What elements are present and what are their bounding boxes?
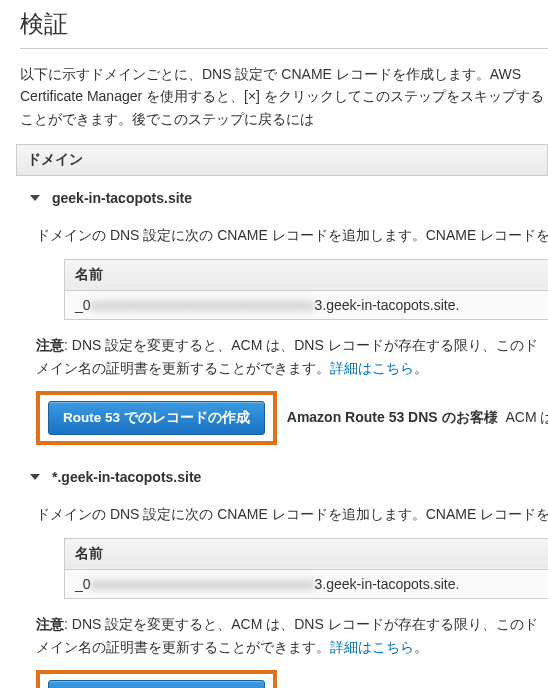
intro-text: 以下に示すドメインごとに、DNS 設定で CNAME レコードを作成します。AW… bbox=[20, 63, 548, 130]
cname-record-table: 名前 _0xxxxxxxxxxxxxxxxxxxxxxxxxxxxxxxx3.g… bbox=[64, 538, 548, 599]
note-text: 注意: DNS 設定を変更すると、ACM は、DNS レコードが存在する限り、こ… bbox=[36, 334, 548, 382]
domain-name: geek-in-tacopots.site bbox=[52, 190, 192, 206]
domain-block: *.geek-in-tacopots.site ドメインの DNS 設定に次の … bbox=[20, 455, 548, 688]
domain-block: geek-in-tacopots.site ドメインの DNS 設定に次の CN… bbox=[20, 176, 548, 455]
create-route53-record-button[interactable]: Route 53 でのレコードの作成 bbox=[48, 680, 265, 688]
domain-toggle[interactable]: geek-in-tacopots.site bbox=[30, 190, 548, 206]
divider bbox=[20, 48, 548, 49]
domain-name: *.geek-in-tacopots.site bbox=[52, 469, 201, 485]
highlight-box: Route 53 でのレコードの作成 bbox=[36, 670, 277, 688]
record-name-value: _0xxxxxxxxxxxxxxxxxxxxxxxxxxxxxxxx3.geek… bbox=[65, 569, 549, 598]
domain-toggle[interactable]: *.geek-in-tacopots.site bbox=[30, 469, 548, 485]
caret-down-icon bbox=[30, 195, 40, 201]
create-route53-record-button[interactable]: Route 53 でのレコードの作成 bbox=[48, 401, 265, 435]
learn-more-link[interactable]: 詳細はこちら bbox=[330, 639, 414, 655]
record-name-header: 名前 bbox=[65, 259, 549, 290]
page-title: 検証 bbox=[20, 8, 548, 40]
cname-record-table: 名前 _0xxxxxxxxxxxxxxxxxxxxxxxxxxxxxxxx3.g… bbox=[64, 259, 548, 320]
note-label: 注意 bbox=[36, 337, 64, 353]
highlight-box: Route 53 でのレコードの作成 bbox=[36, 391, 277, 445]
learn-more-link[interactable]: 詳細はこちら bbox=[330, 360, 414, 376]
domain-desc: ドメインの DNS 設定に次の CNAME レコードを追加します。CNAME レ… bbox=[36, 503, 548, 525]
record-name-header: 名前 bbox=[65, 538, 549, 569]
domain-desc: ドメインの DNS 設定に次の CNAME レコードを追加します。CNAME レ… bbox=[36, 224, 548, 246]
domain-section-header: ドメイン bbox=[16, 144, 548, 176]
route53-customer-text: Amazon Route 53 DNS のお客様 ACM は bbox=[287, 409, 548, 427]
record-name-value: _0xxxxxxxxxxxxxxxxxxxxxxxxxxxxxxxx3.geek… bbox=[65, 290, 549, 319]
note-label: 注意 bbox=[36, 616, 64, 632]
note-text: 注意: DNS 設定を変更すると、ACM は、DNS レコードが存在する限り、こ… bbox=[36, 613, 548, 661]
caret-down-icon bbox=[30, 474, 40, 480]
